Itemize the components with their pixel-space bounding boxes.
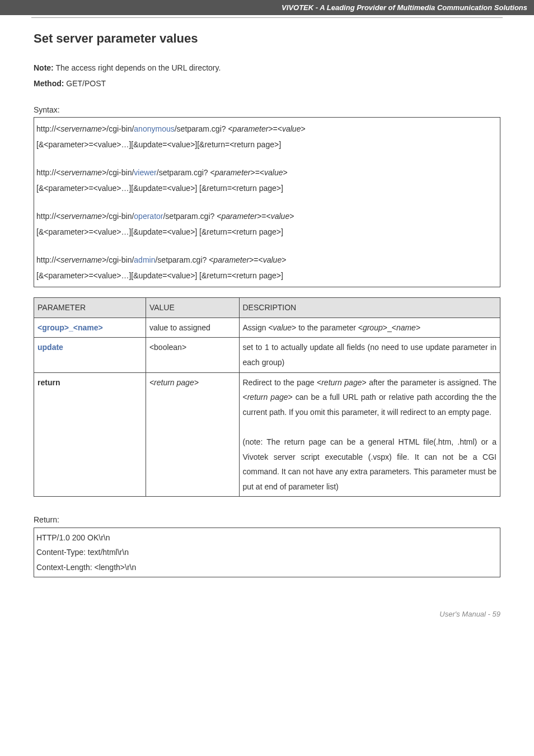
page-footer: User's Manual - 59 (0, 600, 534, 628)
return-label: Return: (34, 514, 500, 526)
page-header-banner: VIVOTEK - A Leading Provider of Multimed… (0, 0, 534, 15)
syntax-line1: http://<servername>/cgi-bin/operator/set… (36, 208, 498, 224)
header-rule (31, 17, 503, 18)
syntax-line1: http://<servername>/cgi-bin/viewer/setpa… (36, 165, 498, 180)
return-line: Context-Length: <length>\r\n (36, 560, 498, 575)
param-desc: Redirect to the page <return page> after… (239, 372, 500, 497)
syntax-line2: [&<parameter>=<value>…][&update=<value>]… (36, 268, 498, 283)
syntax-line2: [&<parameter>=<value>…][&update=<value>]… (36, 180, 498, 196)
param-value: value to assigned (146, 318, 239, 338)
param-value: <return page> (149, 378, 199, 387)
banner-text: VIVOTEK - A Leading Provider of Multimed… (282, 3, 527, 12)
param-desc: Assign <value> to the parameter <group>_… (239, 318, 500, 338)
parameter-table: PARAMETER VALUE DESCRIPTION <group>_<nam… (34, 297, 500, 497)
syntax-line1: http://<servername>/cgi-bin/anonymous/se… (36, 121, 498, 137)
table-row: update <boolean> set to 1 to actually up… (34, 338, 500, 372)
return-box: HTTP/1.0 200 OK\r\n Content-Type: text/h… (34, 528, 500, 578)
method-text: GET/POST (64, 79, 106, 88)
footer-text: User's Manual - 59 (439, 610, 500, 618)
param-name: update (38, 343, 63, 352)
method-label: Method: (34, 79, 64, 88)
note-text: The access right depends on the URL dire… (54, 63, 221, 72)
note-line: Note: The access right depends on the UR… (34, 62, 500, 74)
col-parameter: PARAMETER (34, 298, 146, 318)
table-row: <group>_<name> value to assigned Assign … (34, 318, 500, 338)
note-label: Note: (34, 63, 54, 72)
syntax-line2: [&<parameter>=<value>…][&update=<value>]… (36, 224, 498, 240)
syntax-block: http://<servername>/cgi-bin/admin/setpar… (36, 252, 498, 283)
syntax-block: http://<servername>/cgi-bin/viewer/setpa… (36, 165, 498, 196)
syntax-block: http://<servername>/cgi-bin/anonymous/se… (36, 121, 498, 152)
return-line: Content-Type: text/html\r\n (36, 545, 498, 560)
section-title: Set server parameter values (34, 31, 500, 46)
syntax-line2: [&<parameter>=<value>…][&update=<value>]… (36, 137, 498, 152)
param-name: <group>_<name> (38, 323, 103, 332)
syntax-line1: http://<servername>/cgi-bin/admin/setpar… (36, 252, 498, 268)
param-desc: set to 1 to actually update all fields (… (239, 338, 500, 372)
page-content: Set server parameter values Note: The ac… (0, 31, 534, 600)
syntax-box: http://<servername>/cgi-bin/anonymous/se… (34, 117, 500, 287)
col-description: DESCRIPTION (239, 298, 500, 318)
table-header-row: PARAMETER VALUE DESCRIPTION (34, 298, 500, 318)
table-row: return <return page> Redirect to the pag… (34, 372, 500, 497)
method-line: Method: GET/POST (34, 77, 500, 90)
col-value: VALUE (146, 298, 239, 318)
return-line: HTTP/1.0 200 OK\r\n (36, 530, 498, 545)
syntax-label: Syntax: (34, 104, 500, 116)
param-name: return (38, 378, 60, 387)
param-value: <boolean> (146, 338, 239, 372)
syntax-block: http://<servername>/cgi-bin/operator/set… (36, 208, 498, 240)
